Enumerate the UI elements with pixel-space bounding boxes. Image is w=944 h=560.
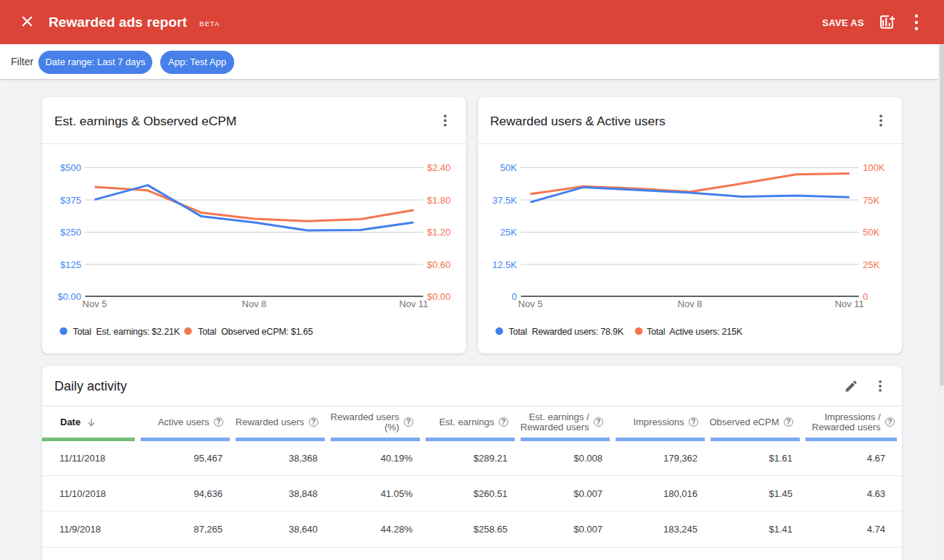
svg-text:Nov 8: Nov 8 [242,298,267,309]
svg-text:Nov 5: Nov 5 [518,298,543,309]
svg-text:Total Observed eCPM: $1.65: Total Observed eCPM: $1.65 [198,327,313,337]
svg-text:Total Rewarded users: 78.9K: Total Rewarded users: 78.9K [509,327,624,337]
svg-text:25K: 25K [863,259,879,270]
svg-text:Nov 5: Nov 5 [83,298,107,309]
svg-text:12.5K: 12.5K [492,259,517,270]
svg-text:Nov 11: Nov 11 [835,298,864,309]
svg-text:50K: 50K [500,162,517,173]
svg-text:$0.00: $0.00 [427,291,451,302]
svg-text:$0.60: $0.60 [427,259,451,270]
svg-text:$500: $500 [60,162,81,173]
svg-text:Nov 11: Nov 11 [399,298,428,309]
svg-text:$250: $250 [60,227,81,238]
svg-text:$2.40: $2.40 [427,162,451,173]
svg-text:37.5K: 37.5K [492,195,517,206]
svg-text:$1.80: $1.80 [427,195,451,206]
svg-text:75K: 75K [863,195,879,206]
svg-text:50K: 50K [863,227,879,238]
svg-text:$1.20: $1.20 [427,227,451,238]
svg-text:0: 0 [512,291,517,302]
svg-text:25K: 25K [500,227,517,238]
svg-text:Nov 8: Nov 8 [678,298,703,309]
svg-text:$375: $375 [60,195,81,206]
svg-text:$0.00: $0.00 [57,291,81,302]
svg-text:$125: $125 [60,259,81,270]
svg-text:100K: 100K [863,162,885,173]
svg-text:Total Active users: 215K: Total Active users: 215K [647,327,743,337]
svg-text:Total Est. earnings: $2.21K: Total Est. earnings: $2.21K [73,327,181,337]
